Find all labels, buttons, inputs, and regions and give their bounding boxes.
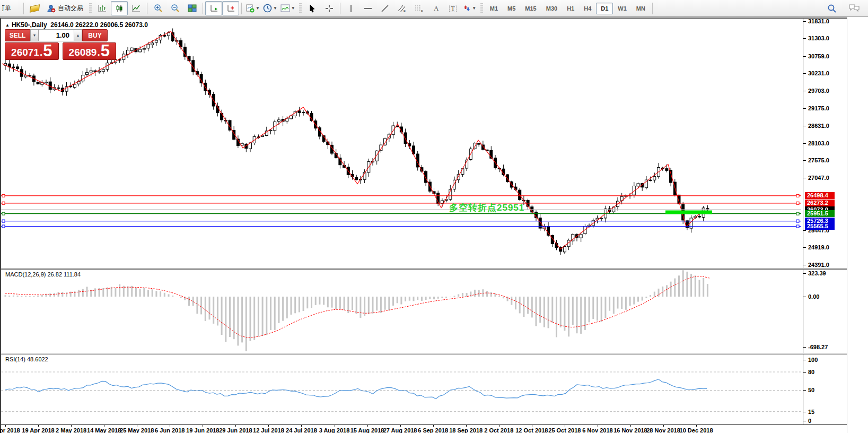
rsi-tick-label: 15 [808, 409, 814, 415]
volume-input[interactable]: 1.00 [39, 29, 74, 41]
text-label-icon[interactable]: T [444, 1, 461, 15]
date-tick-label: 15 Aug 2018 [350, 427, 384, 433]
periods-dropdown[interactable]: ▼ [261, 1, 279, 15]
chat-icon[interactable] [846, 1, 863, 15]
timeframe-m1[interactable]: M1 [485, 3, 503, 14]
rsi-tick-label: 0 [808, 418, 811, 424]
date-tick [137, 425, 137, 427]
rsi-pane-svg[interactable] [1, 354, 803, 425]
date-tick-label: 27 Aug 2018 [383, 427, 417, 433]
tile-windows-icon[interactable] [183, 1, 200, 15]
date-tick [598, 425, 598, 427]
candlestick-chart-icon[interactable] [111, 1, 128, 15]
new-order-icon[interactable] [26, 1, 43, 15]
toolbar-grip [480, 3, 483, 14]
ohlc-values: 26146.0 26222.0 26006.5 26073.0 [50, 21, 148, 29]
new-chart-dropdown[interactable]: ▼ [244, 1, 261, 15]
date-tick [565, 425, 565, 427]
sell-button[interactable]: SELL [5, 29, 30, 41]
line-handle[interactable] [2, 225, 5, 228]
timeframe-w1[interactable]: W1 [613, 3, 632, 14]
timeframe-m5[interactable]: M5 [503, 3, 520, 14]
volume-increase-button[interactable]: ▲ [74, 29, 82, 41]
indicators-dropdown[interactable]: ▼ [279, 1, 297, 15]
plot-area[interactable] [1, 19, 803, 425]
auto-scroll-icon[interactable] [205, 1, 222, 15]
date-tick-label: 12 Oct 2018 [515, 427, 548, 433]
date-tick [630, 425, 631, 427]
date-tick-label: 6 Nov 2018 [582, 427, 612, 433]
zoom-in-icon[interactable] [150, 1, 166, 15]
date-tick-label: 19 Jun 2018 [186, 427, 219, 433]
crosshair-icon[interactable] [321, 1, 338, 15]
macd-pane-svg[interactable] [1, 270, 803, 353]
cursor-icon[interactable] [304, 1, 321, 15]
price-tick-label: 24919.0 [808, 244, 829, 250]
line-handle[interactable] [2, 212, 5, 215]
buy-price-box[interactable]: 26089.5 [63, 42, 117, 60]
price-tick-label: 27575.0 [808, 157, 829, 163]
date-tick-label: 6 Jun 2018 [155, 427, 185, 433]
pane-separator-macd[interactable] [1, 268, 847, 270]
line-handle[interactable] [2, 220, 5, 222]
zoom-out-icon[interactable] [166, 1, 183, 15]
symbol-period-label: HK50-,Daily [12, 21, 47, 29]
line-chart-icon[interactable] [128, 1, 145, 15]
timeframe-group: M1M5M15M30H1H4D1W1MN [485, 3, 650, 14]
timeframe-m15[interactable]: M15 [520, 3, 541, 14]
timeframe-mn[interactable]: MN [632, 3, 650, 14]
svg-text:A: A [434, 4, 439, 12]
main-chart-svg[interactable] [1, 19, 803, 268]
timeframe-h4[interactable]: H4 [579, 3, 596, 14]
horizontal-line-icon[interactable] [360, 1, 376, 15]
line-handle[interactable] [2, 194, 5, 197]
date-tick [170, 425, 170, 427]
fibonacci-icon[interactable]: F [410, 1, 427, 15]
date-tick [466, 425, 467, 427]
pivot-highlight-segment[interactable] [665, 211, 712, 214]
line-handle[interactable] [796, 212, 799, 215]
macd-tick [803, 273, 806, 274]
toolbar-separator [147, 3, 147, 14]
timeframe-d1[interactable]: D1 [596, 3, 613, 14]
line-handle[interactable] [796, 220, 799, 222]
line-handle[interactable] [796, 194, 799, 197]
price-tick [803, 160, 806, 161]
line-handle[interactable] [2, 202, 5, 204]
autotrade-button[interactable]: 自动交易 [43, 1, 87, 15]
new-order-button[interactable]: 订单 [2, 4, 21, 13]
text-icon[interactable]: A [427, 1, 444, 15]
chart-title: ▲HK50-,Daily 26146.0 26222.0 26006.5 260… [5, 21, 148, 29]
bar-chart-icon[interactable] [94, 1, 111, 15]
price-tick-label: 27047.0 [808, 175, 829, 181]
date-tick-label: 25 Oct 2018 [548, 427, 581, 433]
line-handle[interactable] [796, 225, 799, 228]
pane-separator-rsi[interactable] [1, 353, 847, 354]
buy-button[interactable]: BUY [82, 29, 108, 41]
date-tick-label: 3 Aug 2018 [319, 427, 350, 433]
vertical-line-icon[interactable] [343, 1, 360, 15]
rsi-tick [803, 390, 806, 391]
line-handle[interactable] [796, 202, 799, 204]
date-axis[interactable]: 9 Apr 201819 Apr 20182 May 201814 May 20… [1, 425, 847, 433]
date-tick [71, 425, 72, 427]
chart-shift-icon[interactable] [222, 1, 239, 15]
collapse-icon[interactable]: ▲ [5, 23, 10, 28]
price-axis[interactable]: 31831.031303.030759.030231.029703.029175… [803, 19, 847, 425]
timeframe-h1[interactable]: H1 [562, 3, 579, 14]
price-tick [803, 38, 806, 39]
rsi-tick-label: 100 [808, 357, 818, 363]
sell-price-box[interactable]: 26071.5 [5, 42, 59, 60]
timeframe-m30[interactable]: M30 [541, 3, 562, 14]
equidistant-channel-icon[interactable]: E [393, 1, 410, 15]
date-tick-label: 18 Sep 2018 [449, 427, 483, 433]
volume-decrease-button[interactable]: ▼ [30, 29, 39, 41]
search-icon[interactable] [823, 1, 840, 15]
date-tick [433, 425, 434, 427]
toolbar-separator [23, 3, 24, 14]
macd-tick-label: 0.00 [808, 293, 819, 300]
arrows-dropdown[interactable]: ▼ [461, 1, 478, 15]
date-tick [696, 425, 697, 427]
toolbar-grip [89, 3, 92, 14]
trendline-icon[interactable] [376, 1, 393, 15]
